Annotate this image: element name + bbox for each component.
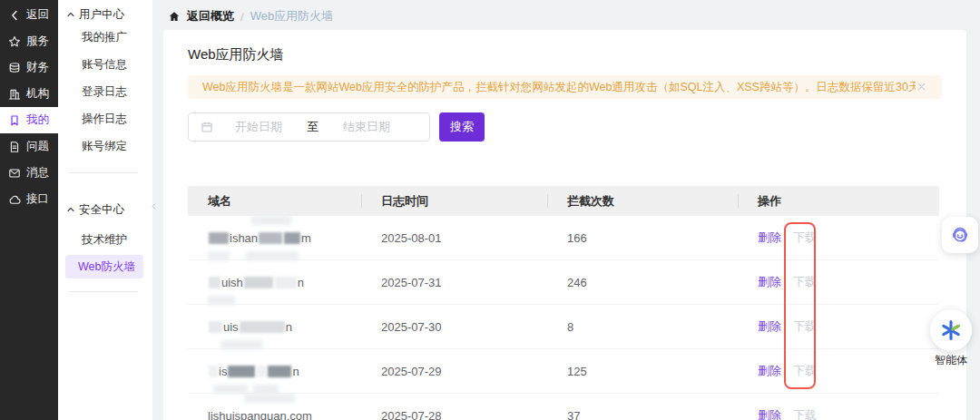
home-icon bbox=[168, 10, 181, 23]
column-header-操作: 操作 bbox=[738, 186, 939, 216]
log-date-cell: 2025-07-28 bbox=[361, 394, 547, 420]
actions-cell: 删除下载 bbox=[738, 260, 939, 304]
submenu-item-我的推广[interactable]: 我的推广 bbox=[58, 24, 152, 51]
blurred-domain-segment bbox=[268, 366, 291, 377]
download-link[interactable]: 下载 bbox=[793, 230, 817, 246]
download-link[interactable]: 下载 bbox=[793, 274, 817, 290]
sidebar-item-财务[interactable]: 财务 bbox=[0, 54, 58, 81]
table-row: lishuispanguan.com2025-07-2837删除下载 bbox=[188, 394, 939, 420]
caret-up-icon bbox=[66, 10, 75, 19]
close-icon[interactable] bbox=[916, 81, 927, 93]
blurred-domain-segment bbox=[284, 232, 300, 244]
block-count-cell: 166 bbox=[547, 216, 738, 259]
breadcrumb: 返回概览 / Web应用防火墙 bbox=[168, 8, 333, 24]
sidebar-item-消息[interactable]: 消息 bbox=[0, 160, 58, 186]
sidebar-item-label: 问题 bbox=[26, 139, 49, 154]
delete-link[interactable]: 删除 bbox=[758, 318, 781, 335]
actions-cell: 删除下载 bbox=[738, 216, 939, 259]
sidebar-item-我的[interactable]: 我的 bbox=[0, 107, 58, 133]
submenu-item-账号信息[interactable]: 账号信息 bbox=[58, 51, 152, 78]
search-button[interactable]: 搜索 bbox=[439, 112, 485, 142]
sidebar-item-问题[interactable]: 问题 bbox=[0, 133, 58, 160]
block-count-cell: 37 bbox=[547, 394, 738, 420]
blurred-domain-segment bbox=[257, 366, 266, 377]
table-row: uishn2025-07-31246删除下载 bbox=[188, 260, 939, 305]
blurred-domain-segment bbox=[209, 277, 220, 288]
actions-cell: 删除下载 bbox=[738, 349, 939, 393]
domain-text: n bbox=[286, 320, 292, 334]
domain-cell: uishn bbox=[188, 260, 361, 304]
domain-text: n bbox=[292, 365, 299, 378]
sidebar-item-label: 消息 bbox=[26, 165, 49, 181]
ai-agent-button[interactable] bbox=[930, 309, 972, 351]
blur-smudge bbox=[251, 216, 291, 225]
submenu-section-安全中心[interactable]: 安全中心 bbox=[58, 195, 152, 219]
actions-cell: 删除下载 bbox=[738, 394, 939, 420]
blurred-domain-segment bbox=[209, 366, 218, 377]
sidebar-item-label: 我的 bbox=[26, 112, 49, 128]
table-row: ishanm2025-08-01166删除下载 bbox=[188, 216, 939, 260]
download-link[interactable]: 下载 bbox=[793, 363, 817, 379]
submenu-item-技术维护[interactable]: 技术维护 bbox=[58, 226, 152, 253]
breadcrumb-separator: / bbox=[240, 10, 244, 24]
calendar-icon bbox=[201, 121, 213, 133]
column-header-域名: 域名 bbox=[188, 186, 361, 216]
submenu-section-用户中心[interactable]: 用户中心 bbox=[58, 0, 152, 24]
delete-link[interactable]: 删除 bbox=[758, 407, 781, 420]
headset-icon bbox=[948, 223, 972, 247]
block-count-cell: 8 bbox=[547, 305, 738, 348]
blurred-domain-segment bbox=[259, 232, 282, 244]
domain-text: uish bbox=[221, 276, 243, 289]
blurred-domain-segment bbox=[209, 321, 222, 333]
domain-text: is bbox=[219, 365, 227, 378]
log-date-cell: 2025-07-31 bbox=[361, 260, 547, 304]
column-header-拦截次数: 拦截次数 bbox=[547, 186, 738, 216]
secondary-sidebar: 用户中心我的推广账号信息登录日志操作日志账号绑定安全中心技术维护Web防火墙 bbox=[58, 0, 152, 420]
delete-link[interactable]: 删除 bbox=[758, 230, 781, 246]
customer-support-button[interactable] bbox=[942, 217, 978, 253]
download-link[interactable]: 下载 bbox=[793, 407, 817, 420]
sidebar-item-机构[interactable]: 机构 bbox=[0, 81, 58, 107]
sidebar-item-接口[interactable]: 接口 bbox=[0, 186, 58, 212]
date-to-label: 至 bbox=[307, 119, 318, 135]
notice-text: Web应用防火墙是一款网站Web应用安全的防护产品，拦截针对您网站发起的Web通… bbox=[202, 80, 916, 95]
star-icon bbox=[8, 35, 21, 48]
mail-icon bbox=[8, 167, 21, 180]
submenu-item-账号绑定[interactable]: 账号绑定 bbox=[58, 132, 152, 160]
content-card: Web应用防火墙 Web应用防火墙是一款网站Web应用安全的防护产品，拦截针对您… bbox=[163, 30, 966, 420]
submenu-item-操作日志[interactable]: 操作日志 bbox=[58, 105, 152, 132]
sidebar-collapse-handle[interactable] bbox=[148, 192, 159, 223]
notice-banner: Web应用防火墙是一款网站Web应用安全的防护产品，拦截针对您网站发起的Web通… bbox=[188, 75, 942, 99]
chevron-left-icon bbox=[150, 202, 158, 213]
page-title: Web应用防火墙 bbox=[188, 46, 942, 63]
date-range-input[interactable]: 开始日期 至 结束日期 bbox=[188, 112, 430, 142]
divider bbox=[69, 291, 138, 292]
divider bbox=[69, 172, 138, 173]
submenu-section-title: 安全中心 bbox=[79, 202, 124, 218]
blur-smudge bbox=[253, 385, 279, 394]
org-icon bbox=[8, 88, 21, 101]
breadcrumb-back-link[interactable]: 返回概览 bbox=[187, 8, 234, 24]
sidebar-item-返回[interactable]: 返回 bbox=[0, 2, 58, 28]
finance-icon bbox=[8, 62, 21, 74]
domain-cell: uisn bbox=[188, 305, 361, 348]
cloud-icon bbox=[8, 193, 21, 206]
domain-text: m bbox=[301, 231, 311, 245]
delete-link[interactable]: 删除 bbox=[758, 274, 781, 290]
bookmark-icon bbox=[8, 114, 21, 127]
delete-link[interactable]: 删除 bbox=[758, 363, 781, 379]
sidebar-item-label: 接口 bbox=[26, 191, 49, 207]
caret-up-icon bbox=[66, 205, 75, 214]
domain-cell: ishanm bbox=[188, 216, 361, 259]
sidebar-item-label: 机构 bbox=[26, 86, 49, 102]
submenu-item-登录日志[interactable]: 登录日志 bbox=[58, 78, 152, 105]
submenu-item-Web防火墙[interactable]: Web防火墙 bbox=[65, 255, 143, 278]
asterisk-icon bbox=[937, 317, 965, 344]
table-header: 域名日志时间拦截次数操作 bbox=[188, 186, 939, 216]
breadcrumb-current: Web应用防火墙 bbox=[250, 8, 334, 24]
domain-text: uis bbox=[223, 320, 239, 334]
download-link[interactable]: 下载 bbox=[793, 318, 817, 335]
blurred-domain-segment bbox=[228, 366, 255, 377]
sidebar-item-服务[interactable]: 服务 bbox=[0, 28, 58, 54]
column-header-日志时间: 日志时间 bbox=[361, 186, 547, 216]
